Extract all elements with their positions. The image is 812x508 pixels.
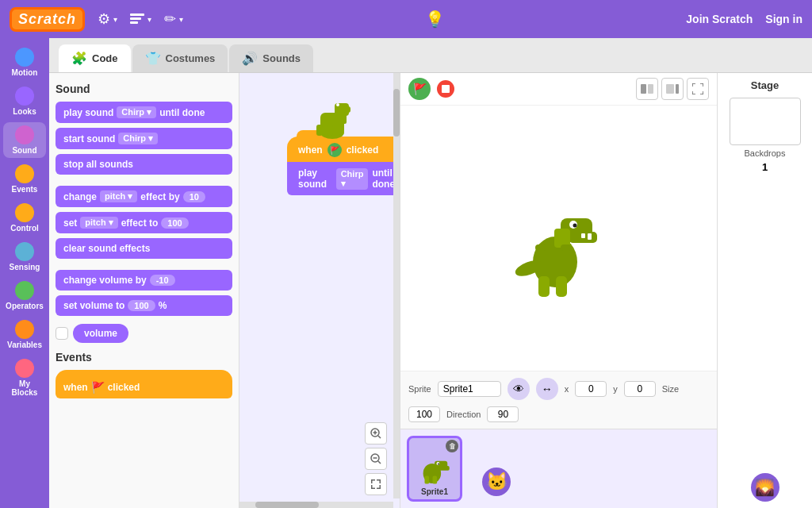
edit-menu-btn[interactable]: ✏ ▾ (164, 10, 183, 28)
content-row: Sound play sound Chirp ▾ until done star… (49, 73, 812, 508)
svg-rect-40 (538, 276, 550, 297)
size-input[interactable] (408, 406, 440, 422)
sidebar-item-motion[interactable]: Motion (3, 44, 46, 80)
sidebar-item-myblocks[interactable]: My Blocks (3, 356, 46, 400)
sidebar-item-sound[interactable]: Sound (3, 122, 46, 158)
sidebar-item-events[interactable]: Events (3, 161, 46, 197)
svg-rect-8 (316, 125, 323, 136)
sprite-name-input[interactable] (438, 381, 501, 397)
svg-rect-1 (130, 17, 141, 20)
show-sprite-btn[interactable]: 👁 (508, 378, 530, 400)
backdrops-label: Backdrops (745, 148, 786, 158)
category-sidebar: Motion Looks Sound Events Control Sensin… (0, 38, 49, 508)
layout-stage-btn[interactable] (661, 78, 684, 100)
add-stage-btn[interactable]: 🌄 (751, 473, 779, 502)
join-scratch-link[interactable]: Join Scratch (686, 13, 753, 25)
canvas-controls (365, 422, 387, 495)
sprite-thumb-sprite1[interactable]: 🗑 Sprite1 (407, 436, 462, 502)
layout-split-btn[interactable] (636, 78, 658, 100)
sidebar-item-operators[interactable]: Operators (3, 278, 46, 314)
dino-sprite (511, 175, 607, 302)
svg-rect-41 (556, 276, 567, 297)
zoom-in-btn[interactable] (365, 422, 387, 444)
script-canvas[interactable]: when 🚩 clicked play sound Chirp ▾ until … (239, 73, 400, 508)
zoom-out-btn[interactable] (365, 448, 387, 470)
block-change-pitch[interactable]: change pitch ▾ effect by 10 (56, 186, 232, 207)
canvas-sound-dropdown[interactable]: Chirp ▾ (336, 168, 369, 190)
canvas-scrollbar-h[interactable] (239, 502, 393, 508)
fit-to-screen-btn[interactable] (365, 473, 387, 495)
clicked-label: clicked (347, 144, 379, 156)
green-flag-icon: 🚩 (327, 143, 342, 157)
sidebar-item-variables[interactable]: Variables (3, 317, 46, 352)
scratch-logo[interactable]: Scratch (10, 7, 85, 32)
x-label: x (565, 384, 569, 394)
content-area: 🧩 Code 👕 Costumes 🔊 Sounds Sound play so… (49, 38, 812, 508)
svg-rect-2 (130, 21, 138, 24)
block-when-flag-clicked[interactable]: when 🚩 clicked (56, 370, 232, 398)
green-flag-btn[interactable]: 🚩 (408, 78, 431, 100)
svg-rect-38 (535, 244, 546, 251)
tab-bar: 🧩 Code 👕 Costumes 🔊 Sounds (49, 38, 812, 73)
svg-rect-29 (676, 84, 679, 94)
costumes-tab-icon: 👕 (145, 51, 161, 66)
canvas-scrollbar-v[interactable] (393, 73, 400, 498)
svg-point-47 (438, 464, 439, 465)
tab-sounds[interactable]: 🔊 Sounds (229, 44, 313, 72)
sprite-thumb-image (415, 446, 454, 486)
block-set-volume[interactable]: set volume to 100 % (56, 295, 232, 316)
svg-rect-25 (380, 485, 381, 489)
sprites-list: 🗑 Sprite1 (400, 429, 717, 508)
sidebar-item-looks[interactable]: Looks (3, 83, 46, 119)
volume-checkbox[interactable] (56, 327, 68, 340)
y-input[interactable] (624, 381, 656, 397)
stage-canvas (400, 106, 717, 371)
sounds-tab-icon: 🔊 (242, 51, 258, 66)
direction-input[interactable] (487, 406, 519, 422)
block-clear-effects[interactable]: clear sound effects (56, 238, 232, 259)
sprite-info-bar: Sprite 👁 ↔ x y Size Direction (400, 371, 717, 429)
svg-rect-27 (648, 84, 653, 94)
svg-rect-26 (641, 84, 646, 94)
right-panel: 🚩 (400, 73, 717, 508)
svg-rect-39 (561, 244, 572, 251)
tab-costumes[interactable]: 👕 Costumes (132, 44, 228, 72)
sidebar-item-control[interactable]: Control (3, 200, 46, 236)
canvas-play-sound-block[interactable]: play sound Chirp ▾ until done (287, 162, 400, 195)
y-label: y (613, 384, 618, 394)
layout-fullscreen-btn[interactable] (687, 78, 709, 100)
svg-point-36 (573, 224, 576, 228)
flag-icon: 🚩 (91, 381, 105, 394)
svg-rect-23 (371, 485, 373, 489)
stop-btn[interactable] (437, 80, 454, 98)
flip-sprite-btn[interactable]: ↔ (536, 378, 558, 400)
sidebar-item-sensing[interactable]: Sensing (3, 239, 46, 275)
stage-toolbar: 🚩 (400, 73, 717, 106)
file-menu-btn[interactable]: ▾ (130, 13, 151, 25)
x-input[interactable] (575, 381, 607, 397)
add-sprite-area: 🐱 (469, 436, 524, 502)
block-stop-sounds[interactable]: stop all sounds (56, 154, 232, 175)
settings-menu-btn[interactable]: ⚙ ▾ (98, 10, 117, 28)
svg-line-14 (378, 436, 381, 438)
sprite-delete-btn[interactable]: 🗑 (446, 440, 458, 452)
block-change-volume[interactable]: change volume by -10 (56, 270, 232, 291)
svg-rect-34 (581, 233, 585, 238)
code-tab-icon: 🧩 (71, 51, 87, 66)
stage-backdrop-thumb[interactable] (730, 98, 801, 145)
add-sprite-btn[interactable]: 🐱 (482, 468, 511, 496)
block-start-sound[interactable]: start sound Chirp ▾ (56, 128, 232, 149)
svg-rect-33 (588, 233, 592, 240)
block-volume-reporter[interactable]: volume (73, 324, 128, 343)
tutorials-btn[interactable]: 💡 (425, 10, 445, 29)
tab-code[interactable]: 🧩 Code (59, 44, 131, 72)
backdrops-count: 1 (762, 161, 768, 173)
sign-in-link[interactable]: Sign in (765, 13, 802, 25)
block-play-sound-until[interactable]: play sound Chirp ▾ until done (56, 102, 232, 123)
main-area: Motion Looks Sound Events Control Sensin… (0, 38, 812, 508)
topbar: Scratch ⚙ ▾ ▾ ✏ ▾ 💡 Join Scratch Sign in (0, 0, 812, 38)
svg-rect-0 (130, 13, 144, 16)
block-set-pitch[interactable]: set pitch ▾ effect to 100 (56, 212, 232, 233)
svg-rect-48 (425, 476, 430, 484)
svg-rect-49 (433, 476, 438, 484)
